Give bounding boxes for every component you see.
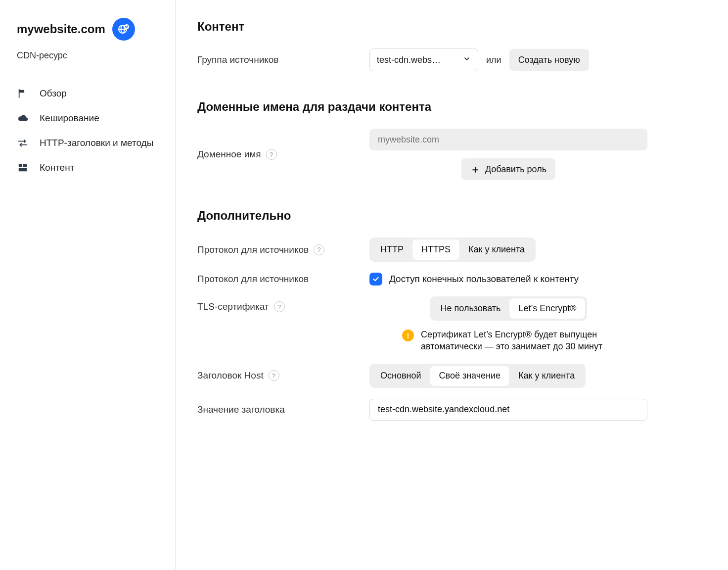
segment-option[interactable]: HTTP xyxy=(371,239,412,260)
help-icon[interactable]: ? xyxy=(274,301,285,312)
resource-subtitle: CDN-ресурс xyxy=(17,50,166,61)
tls-label: TLS-сертификат xyxy=(197,301,269,312)
segment-option[interactable]: HTTPS xyxy=(412,239,459,260)
sidebar-item-content[interactable]: Контент xyxy=(17,162,166,174)
segment-option[interactable]: Не пользовать xyxy=(432,298,510,319)
domain-label: Доменное имя xyxy=(197,149,261,160)
section-extra: Дополнительно Протокол для источников ? … xyxy=(197,209,647,421)
access-checkbox-label: Доступ конечных пользователей к контенту xyxy=(389,274,579,285)
section-domains: Доменные имена для раздачи контента Доме… xyxy=(197,100,647,180)
sidebar-item-overview[interactable]: Обзор xyxy=(17,88,166,99)
tls-notice: ! Сертификат Let’s Encrypt® будет выпуще… xyxy=(402,329,615,353)
origin-group-value: test-cdn.webs… xyxy=(377,55,441,65)
tls-segmented: Не пользоватьLet’s Encrypt® xyxy=(430,296,588,321)
section-content: Контент Группа источников test-cdn.webs…… xyxy=(197,20,647,71)
sidebar-item-label: Кеширование xyxy=(40,113,99,124)
segment-option[interactable]: Основной xyxy=(371,366,430,386)
sidebar-item-label: Контент xyxy=(40,162,74,173)
sidebar-nav: Обзор Кеширование HTTP-заголовки и метод… xyxy=(17,88,166,174)
host-label: Заголовок Host xyxy=(197,370,264,381)
domain-input xyxy=(369,129,647,150)
help-icon[interactable]: ? xyxy=(314,244,324,255)
or-text: или xyxy=(486,55,501,65)
tls-notice-text: Сертификат Let’s Encrypt® будет выпущен … xyxy=(421,329,615,353)
svg-rect-6 xyxy=(19,168,27,171)
help-icon[interactable]: ? xyxy=(266,149,277,160)
main-content: Контент Группа источников test-cdn.webs…… xyxy=(176,0,670,570)
section-heading-domains: Доменные имена для раздачи контента xyxy=(197,100,647,114)
svg-rect-4 xyxy=(19,164,22,167)
sidebar-item-label: Обзор xyxy=(40,88,67,99)
content-blocks-icon xyxy=(17,162,29,174)
create-new-button[interactable]: Создать новую xyxy=(509,49,589,71)
segment-option[interactable]: Let’s Encrypt® xyxy=(509,298,585,319)
segment-option[interactable]: Своё значение xyxy=(430,366,510,386)
origin-group-select[interactable]: test-cdn.webs… xyxy=(369,48,478,71)
sidebar-item-http[interactable]: HTTP-заголовки и методы xyxy=(17,137,166,149)
sidebar: mywebsite.com CDN-ресурс Обзор xyxy=(0,0,176,570)
section-heading-content: Контент xyxy=(197,20,647,34)
host-segmented: ОсновнойСвоё значениеКак у клиента xyxy=(369,364,586,388)
section-heading-extra: Дополнительно xyxy=(197,209,647,223)
segment-option[interactable]: Как у клиента xyxy=(459,239,534,260)
proto-segmented: HTTPHTTPSКак у клиента xyxy=(369,238,536,262)
warning-icon: ! xyxy=(402,330,414,341)
add-role-label: Добавить роль xyxy=(485,164,546,175)
cloud-icon xyxy=(17,112,29,124)
proto-src-label: Протокол для источников xyxy=(197,244,309,255)
chevron-down-icon xyxy=(463,55,471,65)
flag-icon xyxy=(17,88,29,99)
access-checkbox[interactable] xyxy=(369,273,382,285)
globe-check-icon xyxy=(112,18,135,41)
sidebar-item-caching[interactable]: Кеширование xyxy=(17,112,166,124)
help-icon[interactable]: ? xyxy=(269,370,279,381)
header-value-input[interactable] xyxy=(369,399,647,421)
origin-group-label: Группа источников xyxy=(197,54,361,65)
header-value-label: Значение заголовка xyxy=(197,404,285,415)
resource-title: mywebsite.com xyxy=(17,22,105,36)
segment-option[interactable]: Как у клиента xyxy=(509,366,584,386)
sidebar-item-label: HTTP-заголовки и методы xyxy=(40,138,153,148)
swap-arrows-icon xyxy=(17,137,29,149)
add-role-button[interactable]: ＋ Добавить роль xyxy=(461,158,555,180)
svg-rect-5 xyxy=(23,164,27,167)
access-row-label: Протокол для источников xyxy=(197,274,309,285)
create-new-label: Создать новую xyxy=(518,55,580,65)
